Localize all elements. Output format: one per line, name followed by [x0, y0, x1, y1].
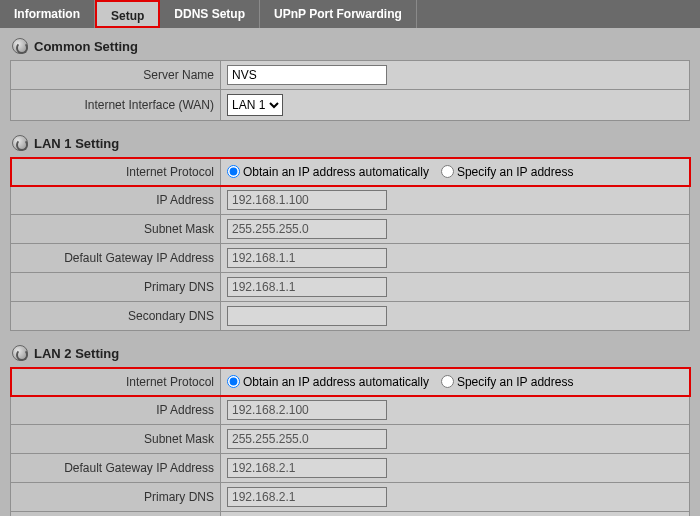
tab-bar: Information Setup DDNS Setup UPnP Port F… — [0, 0, 700, 28]
common-setting-header: Common Setting — [10, 34, 690, 60]
server-name-row: Server Name — [11, 61, 690, 90]
lan1-radio-manual[interactable] — [441, 165, 454, 178]
lan2-gateway-label: Default Gateway IP Address — [11, 454, 221, 483]
wan-select[interactable]: LAN 1 — [227, 94, 283, 116]
lan1-gateway-row: Default Gateway IP Address — [11, 244, 690, 273]
lan1-radio-auto[interactable] — [227, 165, 240, 178]
tab-ddns-setup[interactable]: DDNS Setup — [160, 0, 260, 28]
lan2-subnet-label: Subnet Mask — [11, 425, 221, 454]
lan1-protocol-row: Internet Protocol Obtain an IP address a… — [11, 158, 690, 186]
lan1-primary-dns-row: Primary DNS — [11, 273, 690, 302]
lan1-radio-manual-label: Specify an IP address — [457, 165, 574, 179]
lan1-primary-dns-label: Primary DNS — [11, 273, 221, 302]
lan1-secondary-dns-label: Secondary DNS — [11, 302, 221, 331]
lan2-ip-label: IP Address — [11, 396, 221, 425]
lan2-subnet-row: Subnet Mask — [11, 425, 690, 454]
lan2-protocol-radio-group: Obtain an IP address automatically Speci… — [227, 375, 683, 389]
lan1-setting-title: LAN 1 Setting — [34, 136, 119, 151]
reload-icon[interactable] — [12, 345, 28, 361]
lan2-setting-header: LAN 2 Setting — [10, 341, 690, 367]
wan-label: Internet Interface (WAN) — [11, 90, 221, 121]
lan2-gateway-row: Default Gateway IP Address — [11, 454, 690, 483]
lan2-setting-table: Internet Protocol Obtain an IP address a… — [10, 367, 690, 516]
lan2-ip-row: IP Address — [11, 396, 690, 425]
lan1-radio-auto-label: Obtain an IP address automatically — [243, 165, 429, 179]
reload-icon[interactable] — [12, 135, 28, 151]
lan1-ip-row: IP Address — [11, 186, 690, 215]
lan1-ip-label: IP Address — [11, 186, 221, 215]
lan1-gateway-input[interactable] — [227, 248, 387, 268]
lan2-primary-dns-row: Primary DNS — [11, 483, 690, 512]
lan1-protocol-radio-group: Obtain an IP address automatically Speci… — [227, 165, 683, 179]
common-setting-table: Server Name Internet Interface (WAN) LAN… — [10, 60, 690, 121]
lan2-primary-dns-input[interactable] — [227, 487, 387, 507]
tab-information[interactable]: Information — [0, 0, 95, 28]
tab-upnp-port-forwarding[interactable]: UPnP Port Forwarding — [260, 0, 417, 28]
content-area: Common Setting Server Name Internet Inte… — [0, 28, 700, 516]
lan2-subnet-input[interactable] — [227, 429, 387, 449]
lan1-protocol-label: Internet Protocol — [11, 158, 221, 186]
server-name-label: Server Name — [11, 61, 221, 90]
lan1-secondary-dns-row: Secondary DNS — [11, 302, 690, 331]
lan1-subnet-row: Subnet Mask — [11, 215, 690, 244]
common-setting-title: Common Setting — [34, 39, 138, 54]
lan1-subnet-label: Subnet Mask — [11, 215, 221, 244]
lan1-setting-header: LAN 1 Setting — [10, 131, 690, 157]
lan2-radio-auto[interactable] — [227, 375, 240, 388]
lan1-setting-table: Internet Protocol Obtain an IP address a… — [10, 157, 690, 331]
lan1-ip-input[interactable] — [227, 190, 387, 210]
lan2-primary-dns-label: Primary DNS — [11, 483, 221, 512]
lan2-radio-manual[interactable] — [441, 375, 454, 388]
server-name-input[interactable] — [227, 65, 387, 85]
reload-icon[interactable] — [12, 38, 28, 54]
lan1-gateway-label: Default Gateway IP Address — [11, 244, 221, 273]
lan1-subnet-input[interactable] — [227, 219, 387, 239]
lan2-ip-input[interactable] — [227, 400, 387, 420]
lan1-primary-dns-input[interactable] — [227, 277, 387, 297]
wan-row: Internet Interface (WAN) LAN 1 — [11, 90, 690, 121]
lan2-radio-manual-label: Specify an IP address — [457, 375, 574, 389]
lan2-setting-title: LAN 2 Setting — [34, 346, 119, 361]
lan1-secondary-dns-input[interactable] — [227, 306, 387, 326]
lan2-secondary-dns-label: Secondary DNS — [11, 512, 221, 517]
lan2-radio-auto-label: Obtain an IP address automatically — [243, 375, 429, 389]
lan2-secondary-dns-row: Secondary DNS — [11, 512, 690, 517]
lan2-protocol-label: Internet Protocol — [11, 368, 221, 396]
lan2-protocol-row: Internet Protocol Obtain an IP address a… — [11, 368, 690, 396]
lan2-gateway-input[interactable] — [227, 458, 387, 478]
tab-setup[interactable]: Setup — [95, 0, 160, 28]
